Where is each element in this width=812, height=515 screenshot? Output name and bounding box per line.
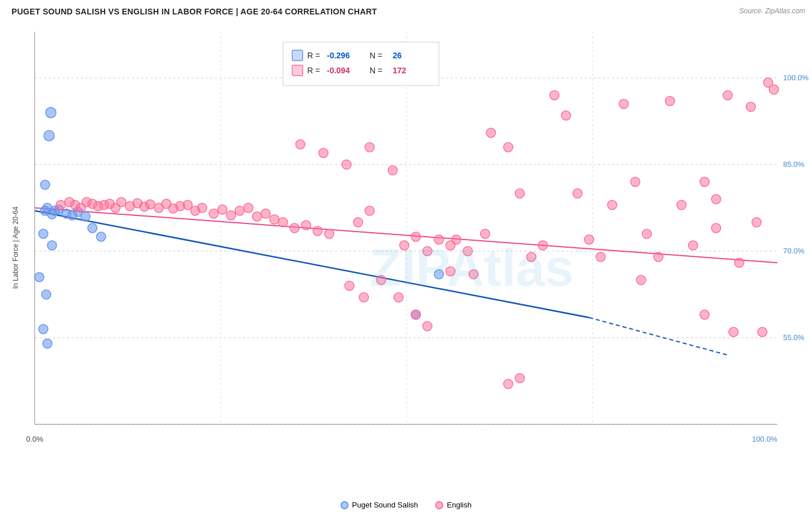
svg-text:N =: N =: [370, 51, 382, 60]
svg-point-134: [353, 218, 363, 227]
svg-point-110: [584, 235, 594, 244]
svg-point-50: [56, 200, 65, 210]
svg-text:ZIPAtlas: ZIPAtlas: [370, 239, 573, 297]
svg-point-60: [117, 197, 126, 207]
svg-rect-14: [283, 42, 439, 85]
svg-point-44: [42, 290, 51, 299]
svg-point-40: [39, 229, 48, 238]
y-axis-label: In Labor Force | Age 20-64: [12, 206, 20, 289]
source-label: Source: ZipAtlas.com: [739, 7, 805, 15]
svg-point-116: [654, 252, 663, 262]
svg-point-125: [746, 102, 755, 111]
svg-point-130: [345, 281, 354, 290]
svg-point-41: [44, 130, 54, 141]
svg-point-81: [290, 223, 299, 233]
svg-point-113: [619, 99, 628, 109]
svg-point-45: [39, 324, 48, 334]
legend-label-pink: English: [447, 501, 472, 509]
svg-point-104: [515, 189, 524, 198]
svg-point-43: [35, 273, 44, 282]
svg-point-115: [642, 229, 651, 238]
svg-point-117: [665, 96, 675, 106]
svg-point-38: [96, 232, 106, 241]
svg-text:-0.094: -0.094: [327, 66, 350, 75]
svg-point-131: [359, 293, 368, 302]
svg-text:26: 26: [393, 51, 402, 60]
svg-point-46: [43, 339, 52, 348]
svg-text:70.0%: 70.0%: [783, 247, 804, 255]
svg-point-103: [504, 143, 513, 152]
svg-point-118: [677, 200, 686, 210]
svg-point-109: [573, 189, 582, 198]
svg-point-107: [550, 91, 559, 100]
svg-text:100.0%: 100.0%: [783, 73, 809, 82]
svg-rect-15: [292, 50, 303, 61]
svg-point-140: [712, 195, 721, 204]
legend-dot-pink: [435, 501, 444, 509]
svg-point-73: [218, 205, 227, 214]
svg-point-77: [252, 212, 262, 221]
svg-point-42: [40, 180, 50, 189]
svg-point-114: [631, 177, 640, 186]
legend-item-blue: Puget Sound Salish: [341, 501, 418, 509]
svg-point-87: [342, 160, 351, 169]
svg-point-79: [270, 215, 279, 224]
chart-container: PUGET SOUND SALISH VS ENGLISH IN LABOR F…: [0, 0, 812, 515]
svg-point-76: [244, 203, 253, 212]
svg-point-82: [301, 221, 311, 230]
svg-point-121: [712, 223, 721, 233]
svg-text:R =: R =: [307, 51, 320, 60]
chart-title: PUGET SOUND SALISH VS ENGLISH IN LABOR F…: [12, 7, 377, 16]
svg-point-138: [636, 275, 646, 285]
svg-text:55.0%: 55.0%: [783, 333, 804, 342]
svg-point-111: [596, 252, 605, 262]
svg-point-102: [486, 128, 496, 137]
svg-point-95: [423, 322, 432, 331]
svg-point-120: [700, 177, 709, 186]
svg-point-75: [235, 206, 244, 215]
y-axis-label-container: In Labor Force | Age 20-64: [0, 32, 32, 463]
svg-point-136: [504, 379, 513, 389]
chart-legend: Puget Sound Salish English: [341, 501, 472, 509]
svg-point-85: [296, 140, 305, 149]
svg-text:0.0%: 0.0%: [26, 435, 43, 443]
legend-item-pink: English: [435, 501, 472, 509]
svg-point-64: [146, 200, 155, 209]
svg-point-126: [752, 218, 761, 227]
chart-area: 100.0% 85.0% 70.0% 55.0% 0.0% 100.0% R =…: [35, 32, 777, 463]
svg-point-135: [365, 206, 374, 215]
svg-text:172: 172: [393, 66, 407, 75]
svg-point-139: [700, 310, 709, 319]
svg-point-108: [561, 111, 571, 120]
svg-text:85.0%: 85.0%: [783, 160, 804, 169]
svg-point-112: [608, 200, 617, 210]
svg-point-119: [688, 241, 698, 250]
svg-point-94: [411, 310, 420, 319]
svg-point-74: [226, 211, 236, 220]
svg-point-88: [365, 143, 374, 152]
svg-line-26: [589, 318, 728, 355]
svg-text:-0.296: -0.296: [327, 51, 350, 60]
svg-point-127: [758, 327, 767, 337]
svg-point-86: [319, 148, 328, 158]
legend-dot-blue: [341, 501, 349, 509]
legend-label-blue: Puget Sound Salish: [352, 501, 418, 509]
scatter-plot: 100.0% 85.0% 70.0% 55.0% 0.0% 100.0% R =…: [35, 32, 777, 463]
svg-point-129: [769, 85, 779, 94]
svg-point-124: [735, 258, 744, 267]
svg-point-101: [481, 229, 490, 238]
svg-text:R =: R =: [307, 66, 320, 75]
svg-rect-20: [292, 65, 303, 76]
svg-point-89: [388, 166, 397, 175]
svg-point-36: [81, 212, 90, 221]
svg-text:100.0%: 100.0%: [752, 435, 778, 443]
svg-point-123: [729, 327, 738, 337]
svg-point-83: [313, 226, 322, 236]
svg-point-84: [325, 229, 334, 238]
svg-point-72: [209, 209, 218, 218]
svg-point-39: [47, 241, 57, 250]
svg-point-80: [278, 218, 288, 227]
svg-point-122: [723, 91, 732, 100]
svg-point-78: [261, 209, 270, 218]
svg-point-71: [198, 203, 207, 212]
